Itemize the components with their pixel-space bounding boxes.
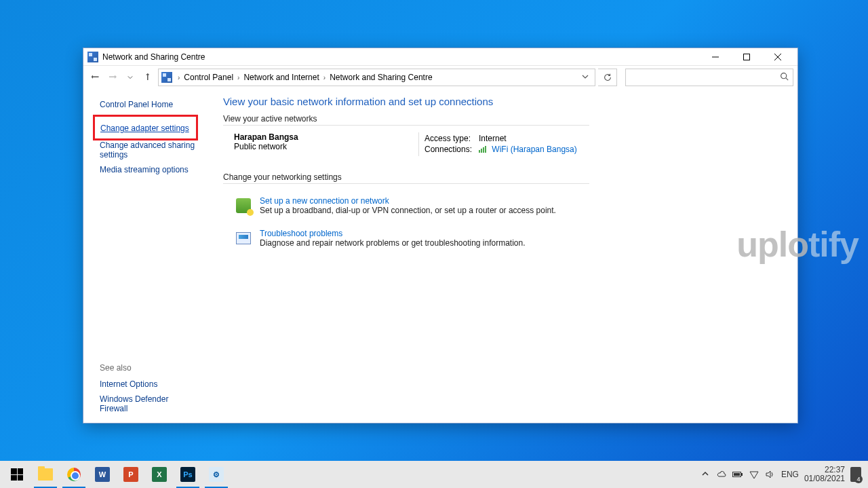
sidebar-defender-firewall[interactable]: Windows Defender Firewall [100, 394, 195, 413]
minimize-button[interactable] [700, 48, 731, 66]
sidebar-media-streaming[interactable]: Media streaming options [100, 165, 195, 174]
chevron-right-icon: › [323, 74, 326, 81]
connections-label: Connections: [425, 145, 479, 155]
svg-rect-11 [741, 473, 743, 476]
taskbar-excel[interactable]: X [145, 461, 174, 488]
taskbar: W P X Ps ⚙ ENG 22:37 01/08/2021 [0, 461, 868, 488]
access-type-label: Access type: [425, 134, 479, 143]
tray-onedrive-icon[interactable] [716, 469, 727, 480]
troubleshoot-icon [234, 229, 253, 248]
system-tray: ENG 22:37 01/08/2021 [700, 466, 865, 483]
sidebar-internet-options[interactable]: Internet Options [100, 379, 195, 389]
nav-forward-button[interactable]: 🠖 [105, 70, 120, 85]
network-icon [87, 52, 98, 62]
control-panel-window: Network and Sharing Centre 🠔 🠖 🠕 › Contr… [83, 48, 798, 424]
maximize-button[interactable] [731, 48, 762, 66]
access-type-value: Internet [479, 134, 507, 143]
search-box[interactable] [625, 69, 793, 86]
nav-back-button[interactable]: 🠔 [87, 70, 102, 85]
taskbar-file-explorer[interactable] [31, 461, 60, 488]
sidebar-home[interactable]: Control Panel Home [100, 100, 195, 109]
sidebar-change-adapter[interactable]: Change adapter settings [100, 124, 191, 133]
tray-overflow-icon[interactable] [700, 469, 711, 480]
troubleshoot-desc: Diagnose and repair network problems or … [260, 238, 526, 248]
setup-connection-link[interactable]: Set up a new connection or network [260, 196, 556, 206]
close-button[interactable] [762, 48, 793, 66]
svg-rect-9 [485, 146, 486, 153]
network-type: Public network [234, 142, 413, 151]
breadcrumb-control-panel[interactable]: Control Panel [184, 73, 233, 82]
chevron-right-icon: › [178, 74, 180, 81]
svg-rect-6 [479, 150, 480, 153]
svg-rect-1 [744, 54, 750, 60]
network-name: Harapan Bangsa [234, 132, 413, 142]
taskbar-control-panel[interactable]: ⚙ [202, 461, 231, 488]
nav-up-button[interactable]: 🠕 [140, 70, 155, 85]
taskbar-word[interactable]: W [88, 461, 117, 488]
chevron-right-icon: › [237, 74, 239, 81]
svg-rect-8 [483, 147, 484, 153]
svg-rect-7 [481, 149, 482, 153]
breadcrumb-network-sharing[interactable]: Network and Sharing Centre [330, 73, 432, 82]
svg-rect-12 [734, 473, 740, 476]
address-bar[interactable]: › Control Panel › Network and Internet ›… [158, 69, 595, 86]
tray-network-icon[interactable] [749, 469, 760, 480]
tray-language[interactable]: ENG [781, 470, 799, 479]
main-panel: View your basic network information and … [223, 89, 797, 423]
active-network-block: Harapan Bangsa Public network Access typ… [223, 132, 589, 156]
svg-point-4 [781, 73, 787, 79]
titlebar: Network and Sharing Centre [83, 48, 797, 66]
nav-recent-dropdown[interactable] [123, 70, 138, 85]
page-heading: View your basic network information and … [223, 96, 784, 107]
navigation-bar: 🠔 🠖 🠕 › Control Panel › Network and Inte… [83, 66, 797, 89]
content-area: Control Panel Home Change adapter settin… [83, 89, 797, 423]
sidebar-change-advanced[interactable]: Change advanced sharing settings [100, 140, 218, 159]
breadcrumb-network-internet[interactable]: Network and Internet [243, 73, 319, 82]
search-input[interactable] [630, 73, 780, 82]
svg-line-5 [786, 78, 788, 80]
setup-connection-item: Set up a new connection or network Set u… [234, 196, 784, 215]
address-dropdown[interactable] [578, 73, 592, 82]
search-icon [780, 72, 789, 83]
tray-clock[interactable]: 22:37 01/08/2021 [804, 466, 845, 483]
address-icon [161, 72, 172, 83]
wifi-signal-icon [479, 145, 488, 155]
highlight-annotation: Change adapter settings [93, 115, 198, 140]
active-networks-label: View your active networks [223, 114, 589, 126]
change-settings-label: Change your networking settings [223, 172, 589, 184]
see-also-label: See also [100, 363, 218, 373]
sidebar: Control Panel Home Change adapter settin… [83, 89, 223, 423]
start-button[interactable] [3, 461, 31, 488]
troubleshoot-link[interactable]: Troubleshoot problems [260, 229, 526, 238]
refresh-button[interactable] [598, 69, 617, 86]
taskbar-chrome[interactable] [60, 461, 88, 488]
taskbar-photoshop[interactable]: Ps [174, 461, 202, 488]
tray-volume-icon[interactable] [765, 469, 776, 480]
connection-link[interactable]: WiFi (Harapan Bangsa) [492, 145, 576, 154]
window-title: Network and Sharing Centre [102, 52, 205, 62]
taskbar-powerpoint[interactable]: P [117, 461, 145, 488]
tray-battery-icon[interactable] [732, 469, 743, 480]
setup-connection-desc: Set up a broadband, dial-up or VPN conne… [260, 206, 556, 215]
setup-connection-icon [234, 196, 253, 215]
tray-notifications-icon[interactable] [850, 469, 861, 480]
troubleshoot-item: Troubleshoot problems Diagnose and repai… [234, 229, 784, 248]
